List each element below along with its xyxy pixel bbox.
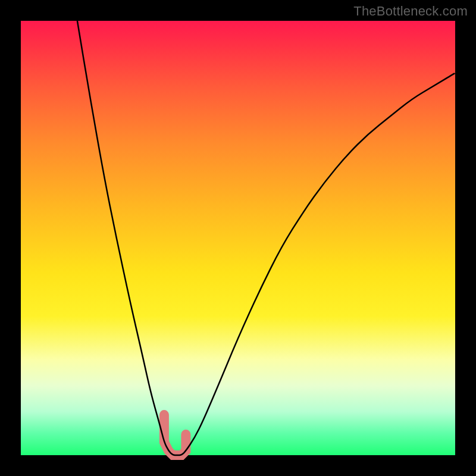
- curve-svg: [21, 21, 455, 455]
- chart-outer-frame: TheBottleneck.com: [0, 0, 476, 476]
- plot-area: [21, 21, 455, 455]
- watermark-text: TheBottleneck.com: [353, 4, 468, 19]
- bottleneck-curve: [77, 21, 455, 455]
